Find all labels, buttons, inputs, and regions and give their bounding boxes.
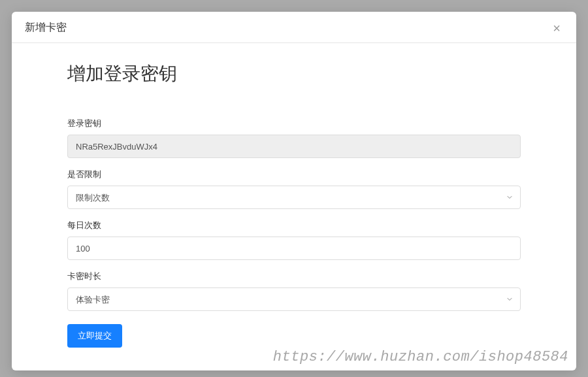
- submit-button[interactable]: 立即提交: [67, 324, 122, 348]
- form-group-login-key: 登录密钥: [67, 118, 521, 158]
- restriction-select[interactable]: 限制次数: [67, 186, 521, 209]
- form-group-card-duration: 卡密时长 体验卡密: [67, 270, 521, 311]
- card-duration-label: 卡密时长: [67, 270, 521, 282]
- form-group-daily-count: 每日次数: [67, 220, 521, 260]
- login-key-label: 登录密钥: [67, 118, 521, 129]
- page-heading: 增加登录密钥: [67, 61, 521, 86]
- login-key-input[interactable]: [67, 135, 521, 158]
- form-group-restriction: 是否限制 限制次数: [67, 169, 521, 209]
- daily-count-label: 每日次数: [67, 220, 521, 231]
- close-button[interactable]: ×: [550, 22, 563, 35]
- close-icon: ×: [553, 21, 561, 35]
- modal-body: 增加登录密钥 登录密钥 是否限制 限制次数 每日次数 卡密时长 体验卡密 立即提…: [12, 43, 576, 370]
- card-duration-select[interactable]: 体验卡密: [67, 287, 521, 311]
- modal-dialog: 新增卡密 × 增加登录密钥 登录密钥 是否限制 限制次数 每日次数 卡密时长 体…: [12, 12, 576, 370]
- daily-count-input[interactable]: [67, 237, 521, 260]
- modal-title: 新增卡密: [25, 21, 67, 35]
- restriction-label: 是否限制: [67, 169, 521, 180]
- modal-header: 新增卡密 ×: [12, 12, 576, 43]
